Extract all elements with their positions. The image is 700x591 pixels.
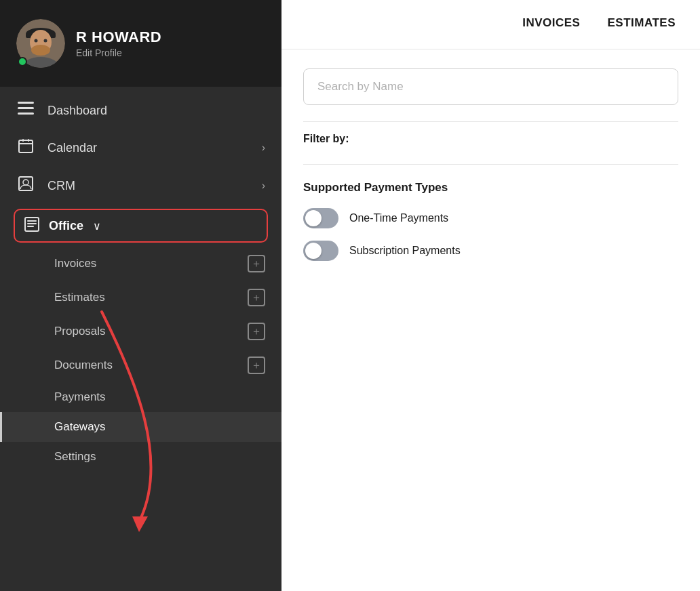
subnav-invoices[interactable]: Invoices ＋	[0, 247, 281, 281]
filter-section: Filter by:	[303, 121, 678, 165]
sidebar: R HOWARD Edit Profile Dashboard	[0, 0, 281, 591]
user-info: R HOWARD Edit Profile	[76, 28, 161, 58]
invoices-label: Invoices	[54, 257, 96, 270]
content-area: Filter by: Supported Payment Types One-T…	[281, 49, 700, 591]
user-section: R HOWARD Edit Profile	[0, 0, 281, 87]
svg-rect-15	[19, 177, 33, 190]
sidebar-item-office[interactable]: Office ∨	[14, 209, 268, 243]
svg-point-4	[31, 45, 50, 56]
one-time-payments-row: One-Time Payments	[303, 208, 678, 228]
settings-label: Settings	[54, 450, 96, 464]
svg-rect-12	[19, 143, 33, 144]
top-tabs: INVOICES ESTIMATES	[281, 0, 700, 49]
documents-add-icon[interactable]: ＋	[248, 356, 265, 374]
tab-estimates[interactable]: ESTIMATES	[607, 16, 676, 33]
svg-rect-20	[27, 226, 34, 227]
avatar	[16, 19, 65, 68]
gateways-label: Gateways	[54, 420, 106, 434]
main-content: INVOICES ESTIMATES Filter by: Supported …	[281, 0, 700, 591]
online-status-dot	[18, 57, 27, 66]
calendar-label: Calendar	[47, 141, 250, 155]
payments-label: Payments	[54, 390, 106, 404]
filter-label: Filter by:	[303, 133, 678, 145]
search-input[interactable]	[303, 68, 678, 105]
subnav-settings[interactable]: Settings	[0, 442, 281, 472]
proposals-add-icon[interactable]: ＋	[248, 323, 265, 340]
crm-label: CRM	[47, 179, 250, 193]
crm-icon	[16, 176, 35, 195]
subnav-documents[interactable]: Documents ＋	[0, 348, 281, 382]
one-time-payments-label: One-Time Payments	[349, 212, 448, 224]
estimates-add-icon[interactable]: ＋	[248, 289, 265, 306]
svg-point-16	[23, 180, 28, 185]
dashboard-label: Dashboard	[47, 104, 265, 118]
subscription-payments-row: Subscription Payments	[303, 241, 678, 261]
svg-rect-9	[18, 107, 34, 109]
office-subnav: Invoices ＋ Estimates ＋ Proposals ＋ Docum…	[0, 247, 281, 472]
proposals-label: Proposals	[54, 325, 106, 338]
svg-rect-13	[22, 139, 24, 142]
subnav-proposals[interactable]: Proposals ＋	[0, 314, 281, 348]
crm-chevron: ›	[262, 180, 265, 192]
svg-rect-10	[18, 113, 34, 115]
edit-profile-link[interactable]: Edit Profile	[76, 47, 161, 58]
one-time-payments-toggle[interactable]	[303, 208, 338, 228]
subnav-estimates[interactable]: Estimates ＋	[0, 281, 281, 314]
payment-types-title: Supported Payment Types	[303, 181, 678, 195]
svg-rect-11	[19, 140, 33, 152]
user-name: R HOWARD	[76, 28, 161, 46]
svg-rect-14	[28, 139, 29, 142]
payment-types-section: Supported Payment Types One-Time Payment…	[303, 165, 678, 289]
invoices-add-icon[interactable]: ＋	[248, 255, 265, 272]
svg-rect-18	[27, 220, 37, 222]
subnav-gateways[interactable]: Gateways	[0, 412, 281, 442]
documents-label: Documents	[54, 359, 113, 372]
sidebar-item-calendar[interactable]: Calendar ›	[0, 129, 281, 167]
nav-items: Dashboard Calendar ›	[0, 87, 281, 591]
subnav-payments[interactable]: Payments	[0, 382, 281, 412]
office-icon	[24, 217, 39, 235]
calendar-icon	[16, 138, 35, 157]
dashboard-icon	[16, 102, 35, 119]
office-label: Office	[49, 219, 83, 233]
svg-point-6	[35, 39, 38, 43]
office-chevron: ∨	[93, 220, 101, 232]
svg-rect-19	[27, 223, 37, 224]
subscription-payments-toggle[interactable]	[303, 241, 338, 261]
tab-invoices[interactable]: INVOICES	[522, 16, 580, 33]
svg-point-7	[44, 39, 47, 43]
estimates-label: Estimates	[54, 291, 105, 304]
subscription-payments-label: Subscription Payments	[349, 245, 461, 257]
sidebar-item-crm[interactable]: CRM ›	[0, 167, 281, 205]
sidebar-item-dashboard[interactable]: Dashboard	[0, 92, 281, 129]
calendar-chevron: ›	[262, 142, 265, 154]
svg-rect-8	[18, 102, 34, 104]
office-nav-wrapper: Office ∨	[0, 205, 281, 247]
